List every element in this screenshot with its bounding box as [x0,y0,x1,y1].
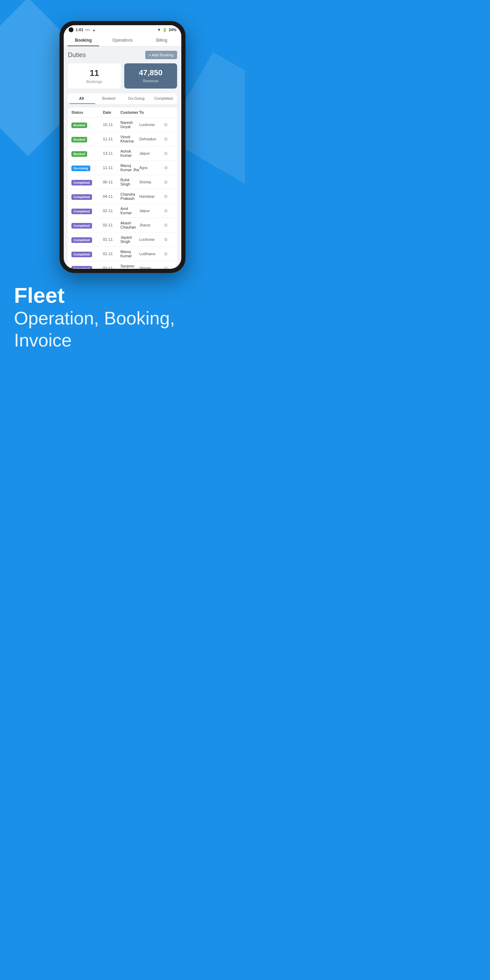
status-badge: Completed [72,193,103,200]
wifi-icon: ▼ [157,28,161,32]
camera-dot [68,27,73,32]
status-badge: On-Going [72,164,103,171]
row-date: 01-11 [103,266,120,269]
row-destination: Haridwar [139,194,164,199]
table-row[interactable]: Completed 01-11 Jayant Singh Lucknow ⚙ [68,232,177,247]
gear-icon[interactable]: ⚙ [164,266,173,269]
status-badge: Completed [72,251,103,257]
row-date: 15-11 [103,123,120,127]
row-date: 01-11 [103,251,120,256]
table-row[interactable]: Completed 06-11 Rohit Singh Shimla ⚙ [68,175,177,189]
row-date: 02-11 [103,223,120,227]
col-actions [164,110,173,115]
row-date: 04-11 [103,194,120,199]
battery-percentage: 24% [169,28,177,32]
headline-sub: Operation, Booking, Invoice [14,307,231,351]
stats-row: 11 Bookings 47,850 Revenue [68,64,177,89]
table-row[interactable]: Completed 02-11 Amit Kumar Jaipur ⚙ [68,204,177,218]
col-date: Date [103,110,120,115]
gear-icon[interactable]: ⚙ [164,165,173,170]
status-badge: Completed [72,179,103,186]
row-destination: Jaipur [139,151,164,155]
row-destination: Ludhiana [139,251,164,256]
bookings-count: 11 [73,68,116,78]
filter-completed[interactable]: Completed [150,94,177,104]
status-badge: Booked [72,121,103,128]
row-destination: Lucknow [139,237,164,242]
status-badge: Completed [72,236,103,243]
bookings-label: Bookings [73,80,116,84]
table-row[interactable]: Completed 01-11 Sanjeev Sharma Shimla ⚙ [68,261,177,269]
row-customer: Akash Chauhan [120,221,139,229]
table-row[interactable]: Booked 11-11 Vinod Khanna Dehradun ⚙ [68,132,177,146]
row-customer: Jayant Singh [120,235,139,243]
status-badge: Booked [72,136,103,142]
row-date: 11-11 [103,165,120,170]
row-date: 01-11 [103,237,120,242]
main-content: Duties + Add Booking 11 Bookings 47,850 … [64,46,181,269]
gear-icon[interactable]: ⚙ [164,194,173,199]
table-row[interactable]: Completed 02-11 Akash Chauhan Jhansi ⚙ [68,218,177,232]
filter-all[interactable]: All [68,94,95,104]
row-destination: Jaipur [139,208,164,213]
row-date: 06-11 [103,180,120,184]
tab-booking[interactable]: Booking [64,34,103,46]
row-customer: Manoj Kumar Jha [120,164,139,172]
col-to: To [139,110,164,115]
table-header-row: Status Date Customer To [68,107,177,118]
status-badge: Completed [72,222,103,229]
row-customer: Rohit Singh [120,178,139,186]
headline-fleet: Fleet [14,283,231,307]
filter-ongoing[interactable]: On-Going [123,94,150,104]
bookings-table: Status Date Customer To Booked 15-11 Nar… [68,107,177,269]
row-customer: Vinod Khanna [120,135,139,143]
filter-booked[interactable]: Booked [95,94,123,104]
battery-icon: 🔋 [162,28,167,32]
gear-icon[interactable]: ⚙ [164,137,173,142]
row-customer: Ashok Kumar [120,149,139,158]
tab-operations[interactable]: Operations [103,34,142,46]
duties-header: Duties + Add Booking [68,51,177,59]
status-signal-dots: ••• [85,28,90,32]
row-destination: Lucknow [139,123,164,127]
filter-tabs: All Booked On-Going Completed [68,94,177,104]
row-customer: Sanjeev Sharma [120,264,139,269]
row-customer: Chandra Prakash [120,192,139,200]
row-customer: Naresh Goyal [120,120,139,129]
gear-icon[interactable]: ⚙ [164,122,173,127]
status-badge: Completed [72,265,103,269]
row-destination: Dehradun [139,137,164,141]
tab-billing[interactable]: Billing [142,34,181,46]
table-row[interactable]: Completed 01-11 Manoj Kumar Ludhiana ⚙ [68,247,177,261]
status-badge: Completed [72,208,103,214]
table-row[interactable]: Booked 15-11 Naresh Goyal Lucknow ⚙ [68,118,177,132]
row-date: 13-11 [103,151,120,155]
table-row[interactable]: Completed 04-11 Chandra Prakash Haridwar… [68,189,177,204]
row-customer: Amit Kumar [120,207,139,215]
row-date: 02-11 [103,208,120,213]
row-date: 11-11 [103,137,120,141]
status-badge: Booked [72,150,103,157]
tab-navigation: Booking Operations Billing [64,34,181,46]
revenue-card: 47,850 Revenue [124,64,177,89]
status-time: 1:01 [76,28,83,32]
revenue-amount: 47,850 [129,68,172,77]
col-status: Status [72,110,103,115]
gear-icon[interactable]: ⚙ [164,251,173,256]
bookings-card: 11 Bookings [68,64,121,89]
gear-icon[interactable]: ⚙ [164,237,173,242]
gear-icon[interactable]: ⚙ [164,223,173,228]
gear-icon[interactable]: ⚙ [164,151,173,156]
status-bar: 1:01 ••• ▲ ▼ 🔋 24% [64,25,181,34]
table-row[interactable]: On-Going 11-11 Manoj Kumar Jha Agra ⚙ [68,161,177,175]
add-booking-button[interactable]: + Add Booking [145,51,177,59]
row-destination: Agra [139,165,164,170]
col-customer: Customer [120,110,139,115]
gear-icon[interactable]: ⚙ [164,180,173,185]
row-customer: Manoj Kumar [120,250,139,258]
phone-mockup: 1:01 ••• ▲ ▼ 🔋 24% Booking Operations Bi… [59,21,186,273]
gear-icon[interactable]: ⚙ [164,208,173,213]
table-row[interactable]: Booked 13-11 Ashok Kumar Jaipur ⚙ [68,146,177,161]
bottom-text-section: Fleet Operation, Booking, Invoice [0,283,245,351]
revenue-label: Revenue [129,79,172,83]
